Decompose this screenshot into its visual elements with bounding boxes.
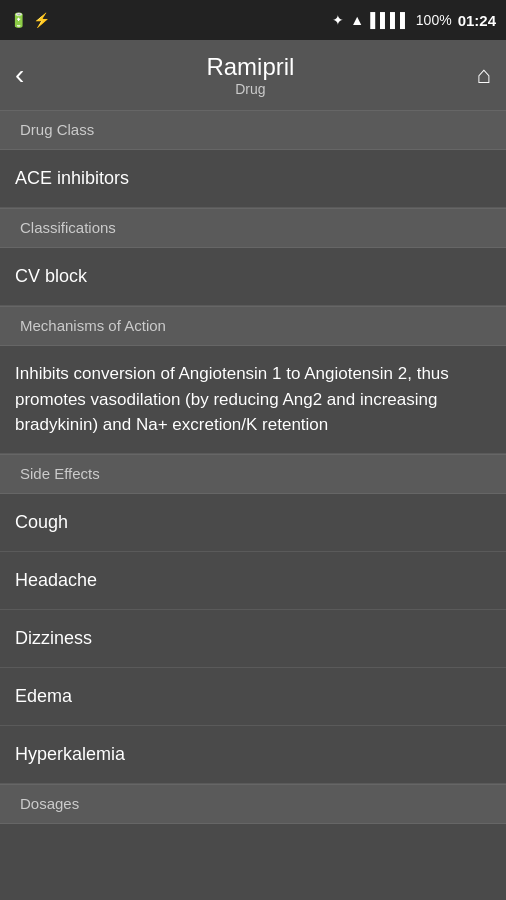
- signal-icon: ▌▌▌▌: [370, 12, 410, 28]
- side-effect-cough-text: Cough: [15, 512, 68, 532]
- nav-title-container: Ramipril Drug: [206, 53, 294, 97]
- dosages-header: Dosages: [0, 784, 506, 824]
- page-subtitle: Drug: [235, 81, 265, 97]
- side-effect-cough: Cough: [0, 494, 506, 552]
- dosages-label: Dosages: [20, 795, 79, 812]
- side-effect-dizziness-text: Dizziness: [15, 628, 92, 648]
- wifi-icon: ▲: [350, 12, 364, 28]
- side-effect-edema-text: Edema: [15, 686, 72, 706]
- drug-class-value: ACE inhibitors: [15, 168, 129, 188]
- bluetooth-icon: ✦: [332, 12, 344, 28]
- mechanisms-label: Mechanisms of Action: [20, 317, 166, 334]
- classifications-header: Classifications: [0, 208, 506, 248]
- side-effect-hyperkalemia: Hyperkalemia: [0, 726, 506, 784]
- home-button[interactable]: ⌂: [477, 61, 492, 89]
- usb-icon: ⚡: [33, 12, 50, 28]
- side-effects-label: Side Effects: [20, 465, 100, 482]
- drug-class-value-item: ACE inhibitors: [0, 150, 506, 208]
- status-bar: 🔋 ⚡ ✦ ▲ ▌▌▌▌ 100% 01:24: [0, 0, 506, 40]
- side-effect-hyperkalemia-text: Hyperkalemia: [15, 744, 125, 764]
- page-title: Ramipril: [206, 53, 294, 81]
- content-area: Drug Class ACE inhibitors Classification…: [0, 110, 506, 900]
- clock: 01:24: [458, 12, 496, 29]
- side-effect-edema: Edema: [0, 668, 506, 726]
- mechanisms-header: Mechanisms of Action: [0, 306, 506, 346]
- side-effect-headache: Headache: [0, 552, 506, 610]
- battery-percent: 100%: [416, 12, 452, 28]
- side-effect-dizziness: Dizziness: [0, 610, 506, 668]
- drug-class-label: Drug Class: [20, 121, 94, 138]
- mechanism-text-block: Inhibits conversion of Angiotensin 1 to …: [0, 346, 506, 454]
- side-effects-header: Side Effects: [0, 454, 506, 494]
- nav-bar: ‹ Ramipril Drug ⌂: [0, 40, 506, 110]
- back-button[interactable]: ‹: [15, 61, 24, 89]
- side-effect-headache-text: Headache: [15, 570, 97, 590]
- classifications-label: Classifications: [20, 219, 116, 236]
- drug-class-header: Drug Class: [0, 110, 506, 150]
- status-bar-right: ✦ ▲ ▌▌▌▌ 100% 01:24: [332, 12, 496, 29]
- status-bar-left: 🔋 ⚡: [10, 12, 50, 28]
- mechanism-text: Inhibits conversion of Angiotensin 1 to …: [15, 364, 449, 434]
- battery-icon: 🔋: [10, 12, 27, 28]
- classifications-value: CV block: [15, 266, 87, 286]
- classifications-value-item: CV block: [0, 248, 506, 306]
